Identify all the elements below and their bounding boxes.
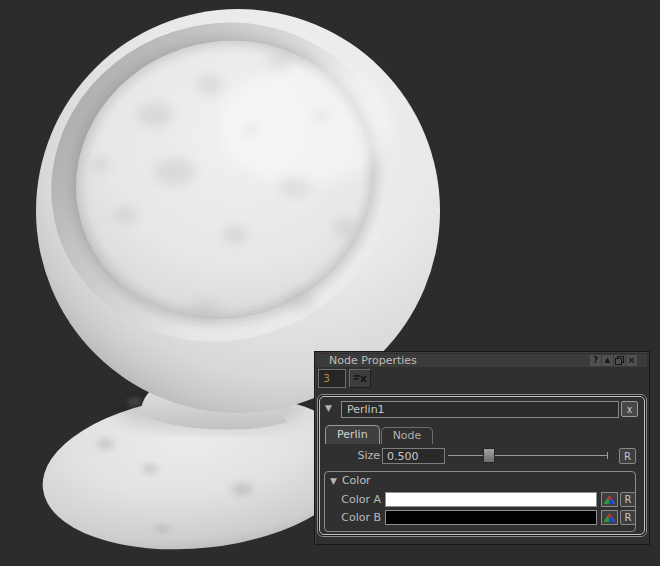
tab-node[interactable]: Node (381, 427, 434, 444)
size-reset-button[interactable]: R (619, 448, 636, 464)
color-group-header[interactable]: ▼Color (330, 473, 371, 489)
panel-title: Node Properties (329, 354, 417, 367)
sphere-highlight (220, 65, 390, 185)
color-b-row: Color B R (325, 509, 635, 526)
titlebar-buttons: ? ▲ × (590, 355, 637, 366)
clear-tabs-icon (354, 374, 367, 383)
color-a-picker-button[interactable] (601, 492, 618, 507)
help-icon[interactable]: ? (590, 355, 601, 366)
size-value-input[interactable] (382, 448, 445, 464)
size-slider-handle[interactable] (483, 448, 495, 463)
size-slider[interactable] (448, 447, 608, 465)
size-slider-end-tick (607, 452, 608, 459)
size-label: Size (340, 447, 380, 465)
color-b-label: Color B (329, 509, 381, 526)
node-parameters-groupbox: ▼ x Perlin Node Size R ▼Col (317, 394, 647, 537)
color-a-label: Color A (329, 491, 381, 508)
minimize-icon[interactable]: ▲ (602, 355, 613, 366)
size-slider-track[interactable] (448, 455, 608, 456)
node-properties-panel: Node Properties ? ▲ × ▼ x Perlin Node (314, 351, 650, 545)
color-b-reset-button[interactable]: R (620, 510, 636, 525)
color-a-swatch[interactable] (385, 492, 597, 507)
parameter-tabs: Perlin Node (325, 425, 433, 444)
color-group-label: Color (342, 474, 371, 487)
size-parameter-row: Size R (320, 447, 644, 465)
node-disclosure-icon[interactable]: ▼ (325, 403, 332, 413)
rgb-triangle-icon (604, 495, 615, 504)
rgb-triangle-icon (604, 513, 615, 522)
color-b-picker-button[interactable] (601, 510, 618, 525)
page-count-input[interactable] (318, 369, 346, 388)
node-header: ▼ x (324, 401, 640, 418)
color-a-row: Color A R (325, 491, 635, 508)
node-close-button[interactable]: x (621, 401, 638, 417)
tab-perlin[interactable]: Perlin (325, 425, 380, 444)
clear-tabs-button[interactable] (349, 369, 371, 388)
close-icon[interactable]: × (626, 355, 637, 366)
node-name-field[interactable] (341, 401, 619, 418)
color-a-reset-button[interactable]: R (620, 492, 636, 507)
color-groupbox: ▼Color Color A R Color B R (324, 471, 636, 532)
color-b-swatch[interactable] (385, 510, 597, 525)
panel-titlebar[interactable]: Node Properties ? ▲ × (317, 354, 647, 367)
restore-window-icon[interactable] (614, 355, 625, 366)
color-disclosure-icon[interactable]: ▼ (330, 476, 337, 486)
